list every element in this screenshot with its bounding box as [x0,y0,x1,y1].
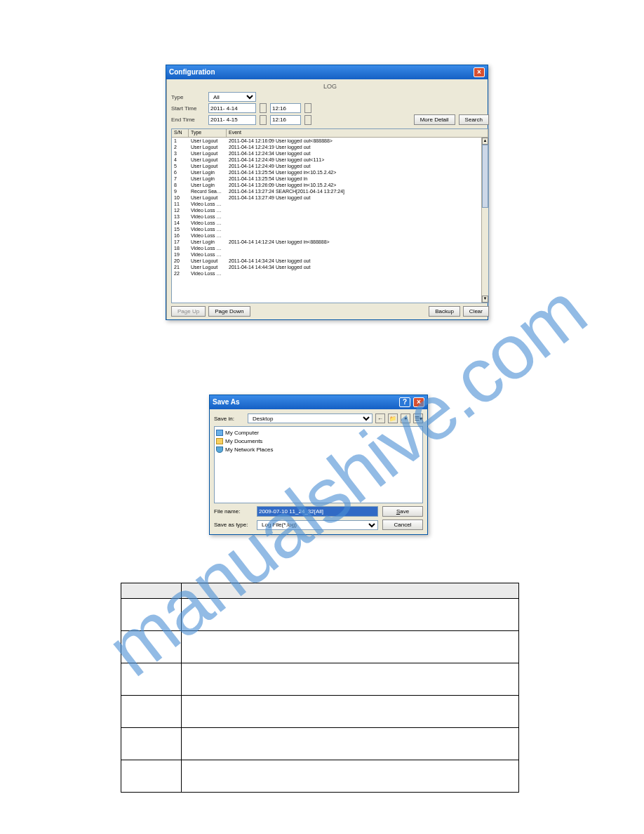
titlebar: Configuration × [166,65,488,79]
saveastype-select[interactable]: Log File(*.log) [257,520,378,530]
table-row[interactable]: 22Video Loss …2011-04-14 15:14:14 [172,270,488,277]
end-time-input[interactable] [270,115,301,125]
col-event[interactable]: Event [227,129,488,137]
titlebar: Save As ? × [210,395,427,409]
back-icon[interactable]: ← [375,413,385,423]
table-row [121,696,519,728]
table-row[interactable]: 14Video Loss …2011-04-14 14:04:29 [172,220,488,226]
search-button[interactable]: Search [459,114,489,125]
panel-heading: LOG [171,82,489,92]
list-item[interactable]: My Network Places [216,445,421,454]
log-list: S/N Type Event 1User Logout2011-04-14 12… [171,128,489,303]
help-icon[interactable]: ? [399,397,410,407]
table-row[interactable]: 10User Logout2011-04-14 13:27:49 User lo… [172,194,488,201]
save-button[interactable]: Save [382,506,423,517]
up-folder-icon[interactable]: 📁 [388,413,398,423]
table-header [182,583,519,599]
table-row [121,599,519,631]
start-label: Start Time [171,105,205,112]
pageup-button[interactable]: Page Up [171,306,206,317]
table-row[interactable]: 20User Logout2011-04-14 14:34:24 User lo… [172,258,488,264]
scroll-down-icon[interactable]: ▼ [482,296,488,303]
table-row[interactable]: 18Video Loss …2011-04-14 14:12:49 [172,245,488,251]
configuration-dialog: Configuration × Control Panel −Query Sys… [166,65,488,320]
savein-select[interactable]: Desktop [248,413,373,423]
table-row[interactable]: 8User Login2011-04-14 13:26:09 User logg… [172,182,488,188]
start-time-input[interactable] [270,103,301,113]
table-row[interactable]: 16Video Loss …2011-04-14 14:12:09 [172,232,488,239]
log-panel: LOG Type All Start Time End Time More De… [167,79,493,319]
scroll-thumb[interactable] [482,145,488,208]
table-row[interactable]: 2User Logout2011-04-14 12:24:19 User log… [172,144,488,150]
filename-label: File name: [214,508,253,515]
table-row[interactable]: 13Video Loss …2011-04-14 14:04:29 [172,213,488,220]
table-row[interactable]: 9Record Sea…2011-04-14 13:27:24 SEARCH[2… [172,188,488,194]
scrollbar[interactable]: ▲ ▼ [481,138,488,303]
table-row[interactable]: 3User Logout2011-04-14 12:24:34 User log… [172,150,488,157]
dialog-title: Configuration [169,65,215,79]
pagedown-button[interactable]: Page Down [208,306,250,317]
col-sn[interactable]: S/N [172,129,189,137]
backup-button[interactable]: Backup [429,306,460,317]
table-row[interactable]: 17User Login2011-04-14 14:12:24 User log… [172,239,488,245]
clear-button[interactable]: Clear [463,306,489,317]
spinner-icon[interactable] [304,115,311,125]
spinner-icon[interactable] [260,103,267,113]
type-label: Type [171,94,205,100]
type-select[interactable]: All [208,92,256,102]
start-date-input[interactable] [208,103,256,113]
new-folder-icon[interactable]: ✶ [401,413,410,423]
more-detail-button[interactable]: More Detail [414,114,455,125]
file-list[interactable]: My Computer My Documents My Network Plac… [214,426,423,503]
table-row[interactable]: 4User Logout2011-04-14 12:24:49 User log… [172,157,488,163]
computer-icon [216,430,223,436]
table-row[interactable]: 12Video Loss …2011-04-14 14:04:29 [172,207,488,213]
close-icon[interactable]: × [413,397,424,407]
dialog-title: Save As [213,395,240,409]
folder-icon [216,438,223,444]
doc-table [121,583,519,793]
spinner-icon[interactable] [304,103,311,113]
table-row[interactable]: 6User Login2011-04-14 13:25:54 User logg… [172,169,488,176]
table-row [121,631,519,663]
log-header: S/N Type Event [172,129,488,138]
saveastype-label: Save as type: [214,522,253,528]
scroll-up-icon[interactable]: ▲ [482,138,488,145]
network-icon [216,446,223,453]
table-row[interactable]: 11Video Loss …2011-04-14 13:29:29 [172,201,488,207]
table-row[interactable]: 19Video Loss …2011-04-14 14:25:59 [172,251,488,258]
table-row [121,760,519,793]
saveas-dialog: Save As ? × Save in: Desktop ← 📁 ✶ ☰▾ My… [209,395,428,535]
table-row[interactable]: 7User Login2011-04-14 13:25:54 User logg… [172,176,488,182]
table-header [121,583,182,599]
cancel-button[interactable]: Cancel [382,519,423,530]
table-row[interactable]: 1User Logout2011-04-14 12:16:09 User log… [172,138,488,144]
savein-label: Save in: [214,416,245,422]
spinner-icon[interactable] [260,115,267,125]
filename-input[interactable] [257,506,378,517]
table-row [121,728,519,760]
end-label: End Time [171,117,205,123]
list-item[interactable]: My Documents [216,437,421,445]
table-row[interactable]: 15Video Loss …2011-04-14 14:08:44 [172,226,488,232]
list-item[interactable]: My Computer [216,428,421,437]
views-icon[interactable]: ☰▾ [413,413,423,423]
close-icon[interactable]: × [474,67,485,77]
table-row [121,663,519,696]
table-row[interactable]: 21User Logout2011-04-14 14:44:34 User lo… [172,264,488,270]
end-date-input[interactable] [208,115,256,125]
col-type[interactable]: Type [189,129,227,137]
table-row[interactable]: 5User Logout2011-04-14 12:24:49 User log… [172,163,488,169]
